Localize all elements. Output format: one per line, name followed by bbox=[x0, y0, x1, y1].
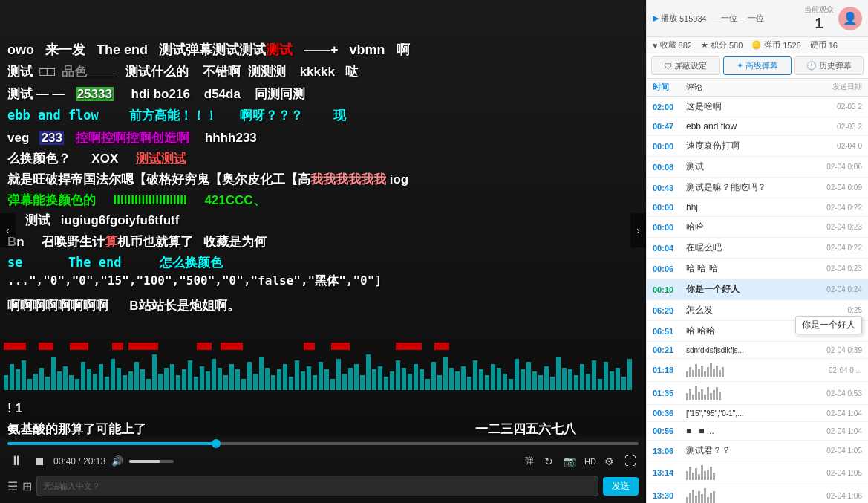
comment-table: 02:00 这是啥啊 02-03 2 00:47 ebb and flow 02… bbox=[647, 97, 868, 503]
stop-button[interactable]: ⏹ bbox=[31, 452, 48, 470]
comment-table-header: 时间 评论 发送日期 bbox=[647, 79, 868, 97]
histogram-chart bbox=[686, 465, 814, 480]
refresh-button[interactable]: ↻ bbox=[542, 453, 555, 470]
favorite-label: 收藏 bbox=[660, 39, 676, 51]
progress-track[interactable] bbox=[7, 442, 639, 445]
sidebar: ▶ 播放 515934 —一位 —一位 当前观众 1 👤 ♥ 收藏 882 ★ … bbox=[646, 0, 868, 503]
comment-row[interactable]: 00:00 哈哈 02-04 0:23 bbox=[647, 217, 868, 238]
histogram-chart bbox=[686, 363, 814, 377]
comment-row-chart[interactable]: 13:30 02-04 1:06 bbox=[647, 484, 868, 503]
histogram-chart bbox=[686, 386, 814, 400]
controls-row-2: ☰ ⊞ 无法输入中文？ 发送 bbox=[0, 474, 646, 501]
clock-icon: 🕐 bbox=[806, 61, 817, 71]
comment-row[interactable]: 00:56 ■ ■ ... 02-04 1:04 bbox=[647, 422, 868, 441]
hardware-stat: 硬币 16 bbox=[810, 39, 838, 51]
header-date: 发送日期 bbox=[814, 82, 862, 93]
heart-icon: ♥ bbox=[653, 41, 658, 50]
video-container: ‹ › owo 来一发 The end 测试弹幕测试测试测试 ——+ vbmn … bbox=[0, 0, 646, 461]
broadcast-stat: ▶ 播放 515934 bbox=[653, 13, 707, 24]
histogram-chart bbox=[686, 488, 814, 503]
comment-row[interactable]: 00:06 哈 哈 哈 02-04 0:23 bbox=[647, 259, 868, 279]
audience-box: 当前观众 1 👤 bbox=[804, 4, 862, 32]
coins-value: 1526 bbox=[783, 41, 800, 50]
danmaku-hint: 无法输入中文？ bbox=[43, 481, 100, 492]
points-stat: ★ 积分 580 bbox=[701, 39, 743, 51]
comment-row[interactable]: 00:21 sdnfdklsfjsdlkfjs... 02-04 0:39 bbox=[647, 342, 868, 359]
broadcast-label: 播放 bbox=[661, 13, 677, 24]
avatar: 👤 bbox=[838, 7, 862, 30]
rank-stat: —一位 —一位 bbox=[713, 13, 764, 24]
coin-icon: 🪙 bbox=[751, 40, 762, 50]
star-danmaku-icon: ✦ bbox=[737, 61, 743, 71]
progress-dot bbox=[212, 439, 221, 448]
header-time: 时间 bbox=[653, 82, 686, 93]
shield-icon: 🛡 bbox=[664, 62, 672, 71]
nav-next-button[interactable]: › bbox=[630, 213, 646, 247]
favorite-value: 882 bbox=[679, 41, 692, 50]
tooltip-popup: 你是一个好人 bbox=[795, 316, 862, 334]
action-buttons: 🛡 屏蔽设定 ✦ 高级弹幕 🕐 历史弹幕 bbox=[647, 53, 868, 79]
hardware-label: 硬币 bbox=[810, 39, 826, 51]
comment-row[interactable]: 00:00 hhj 02-04 0:22 bbox=[647, 198, 868, 217]
rank2-label: —一位 bbox=[740, 13, 764, 24]
volume-slider[interactable] bbox=[129, 460, 174, 463]
screenshot-button[interactable]: 📷 bbox=[561, 453, 578, 470]
progress-fill bbox=[7, 442, 216, 445]
list-icon-button[interactable]: ☰ bbox=[7, 479, 18, 493]
comment-row-chart[interactable]: 01:35 02-04 0:53 bbox=[647, 382, 868, 405]
header-comment: 评论 bbox=[686, 82, 814, 93]
coins-stat: 🪙 弹币 1526 bbox=[751, 39, 800, 51]
comment-row[interactable]: 00:08 测试 02-04 0:06 bbox=[647, 157, 868, 178]
comment-row[interactable]: 00:00 速度哀伤打啊 02-04 0 bbox=[647, 136, 868, 157]
shield-button[interactable]: 🛡 屏蔽设定 bbox=[651, 56, 720, 75]
comment-row[interactable]: 00:36 ["15","95","0-1",... 02-04 1:04 bbox=[647, 405, 868, 422]
points-value: 580 bbox=[729, 41, 743, 50]
hardware-value: 16 bbox=[829, 41, 838, 50]
points-label: 积分 bbox=[711, 39, 727, 51]
danmaku-input-wrap: 无法输入中文？ bbox=[36, 476, 598, 496]
play-icon: ▶ bbox=[653, 13, 659, 23]
rank1-label: —一位 bbox=[713, 13, 737, 24]
history-button[interactable]: 🕐 历史弹幕 bbox=[794, 56, 864, 75]
coins-label: 弹币 bbox=[764, 39, 780, 51]
advanced-danmaku-button[interactable]: ✦ 高级弹幕 bbox=[723, 56, 792, 75]
sub-stats-row: ♥ 收藏 882 ★ 积分 580 🪙 弹币 1526 硬币 16 bbox=[647, 37, 868, 53]
audience-label: 当前观众 bbox=[804, 4, 834, 15]
send-button[interactable]: 发送 bbox=[603, 477, 639, 496]
time-display: 00:40 / 20:13 bbox=[53, 456, 105, 467]
waveform-area bbox=[0, 342, 646, 390]
broadcast-value: 515934 bbox=[679, 14, 707, 23]
audience-count: 1 bbox=[804, 15, 834, 32]
danmaku-toggle[interactable]: 弹 bbox=[523, 452, 536, 470]
stats-row: ▶ 播放 515934 —一位 —一位 当前观众 1 👤 bbox=[647, 0, 868, 37]
nav-prev-button[interactable]: ‹ bbox=[0, 213, 16, 247]
comment-row-chart[interactable]: 13:14 02-04 1:05 bbox=[647, 461, 868, 484]
favorite-stat: ♥ 收藏 882 bbox=[653, 39, 692, 51]
star-icon: ★ bbox=[701, 40, 708, 50]
controls-bar: ⏸ ⏹ 00:40 / 20:13 🔊 弹 ↻ 📷 HD ⚙ ⛶ ☰ ⊞ 无法输… bbox=[0, 436, 646, 503]
pause-button[interactable]: ⏸ bbox=[7, 451, 25, 471]
comment-row-chart[interactable]: 01:18 02-04 0:... bbox=[647, 359, 868, 382]
progress-area bbox=[0, 436, 646, 448]
video-player-area: ‹ › owo 来一发 The end 测试弹幕测试测试测试 ——+ vbmn … bbox=[0, 0, 646, 503]
fullscreen-button[interactable]: ⛶ bbox=[622, 452, 639, 470]
comment-row[interactable]: 00:43 测试是嘛？能吃吗？ 02-04 0:09 bbox=[647, 178, 868, 198]
comment-row[interactable]: 00:04 在呢么吧 02-04 0:22 bbox=[647, 238, 868, 259]
comment-row[interactable]: 00:47 ebb and flow 02-03 2 bbox=[647, 117, 868, 136]
controls-row-1: ⏸ ⏹ 00:40 / 20:13 🔊 弹 ↻ 📷 HD ⚙ ⛶ bbox=[0, 448, 646, 474]
volume-button[interactable]: 🔊 bbox=[111, 455, 123, 467]
quality-button[interactable]: HD bbox=[584, 457, 596, 466]
comment-row[interactable]: 02:00 这是啥啊 02-03 2 bbox=[647, 97, 868, 117]
grid-icon-button[interactable]: ⊞ bbox=[22, 479, 32, 493]
comment-row[interactable]: 13:06 测试君？？ 02-04 1:05 bbox=[647, 441, 868, 461]
settings-button[interactable]: ⚙ bbox=[602, 453, 616, 470]
comment-row-selected[interactable]: 00:10 你是一个好人 02-04 0:24 bbox=[647, 279, 868, 300]
